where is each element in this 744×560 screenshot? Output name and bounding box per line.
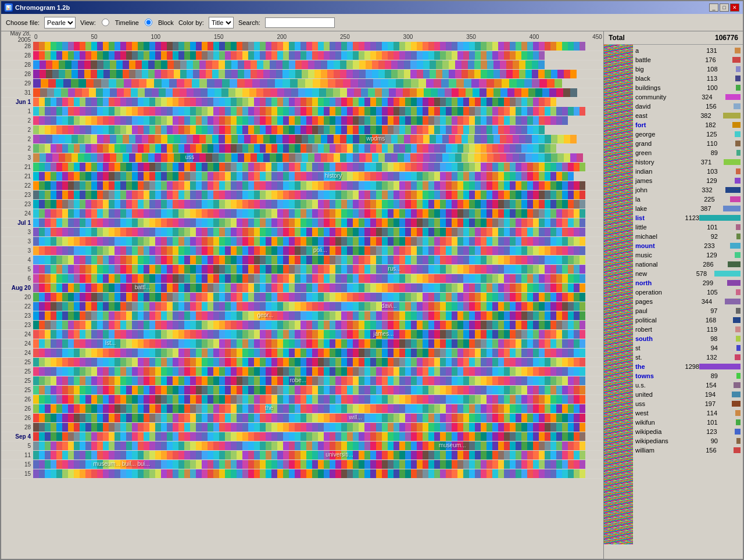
color-segment [498,283,504,292]
legend-word[interactable]: east [635,112,676,119]
maximize-button[interactable]: □ [720,3,729,12]
legend-word[interactable]: operation [635,289,676,296]
color-segment [533,274,539,283]
legend-word[interactable]: west [635,410,676,417]
block-radio[interactable] [145,19,152,26]
color-segment [260,302,266,311]
legend-word[interactable]: michael [635,233,676,240]
legend-word[interactable]: u.s. [635,382,676,389]
legend-word[interactable]: new [635,270,676,277]
color-segment [481,144,487,153]
list-item: john332 [635,185,741,195]
legend-word[interactable]: wikipedia [635,428,676,435]
legend-word[interactable]: indian [635,168,676,175]
legend-word[interactable]: william [635,447,676,454]
color-segment [208,246,213,255]
color-segment [568,218,574,227]
color-segment [155,330,161,339]
color-segment [56,376,62,385]
color-segment [91,460,97,469]
legend-word[interactable]: a [635,47,676,54]
list-item: list1123 [635,213,741,222]
legend-word[interactable]: james [635,177,676,184]
legend-word[interactable]: community [635,94,676,100]
legend-word[interactable]: wikipedians [635,437,676,444]
color-segment [533,256,539,264]
color-segment [190,51,196,60]
color-segment [248,349,254,357]
legend-word[interactable]: st [635,344,676,351]
color-segment [321,153,327,162]
color-segment [138,302,144,311]
legend-word[interactable]: music [635,252,676,259]
legend-word[interactable]: paul [635,307,676,314]
color-segment [463,349,469,357]
color-segment [388,367,394,376]
color-segment [376,460,382,469]
color-segment [173,432,178,441]
legend-word[interactable]: mount [635,242,676,249]
legend-word[interactable]: political [635,317,676,324]
color-segment [382,181,388,190]
color-segment [469,274,475,283]
close-button[interactable]: ✕ [730,3,739,12]
color-segment [382,376,388,385]
color-segment [56,51,62,60]
color-segment [80,191,85,199]
color-segment [103,432,109,441]
color-segment [378,60,385,69]
legend-word[interactable]: robert [635,326,676,333]
legend-word[interactable]: uss [635,400,676,407]
legend-word[interactable]: north [635,279,676,286]
legend-word[interactable]: big [635,66,676,73]
legend-word[interactable]: david [635,103,676,110]
legend-word[interactable]: south [635,335,676,342]
minimize-button[interactable]: _ [709,3,718,12]
color-segment [521,181,527,190]
legend-word[interactable]: battle [635,56,676,63]
color-segment [580,432,585,441]
legend-word[interactable]: the [635,363,676,370]
color-segment [115,274,120,283]
legend-word[interactable]: black [635,75,676,82]
legend-bar [735,354,741,360]
color-segment [382,116,388,125]
color-segment [138,265,144,274]
timeline-radio[interactable] [102,19,109,26]
color-segment [219,60,225,69]
legend-word[interactable]: national [635,261,676,268]
file-select[interactable]: Pearle [44,17,76,28]
color-segment [504,367,510,376]
color-segment [132,460,138,469]
color-segment [196,107,202,116]
legend-word[interactable]: pages [635,298,676,305]
legend-word[interactable]: little [635,224,676,231]
legend-word[interactable]: united [635,391,676,398]
color-segment [417,386,423,394]
legend-word[interactable]: fort [635,121,676,128]
date-label: 1 [1,107,33,116]
color-segment [254,246,260,255]
legend-word[interactable]: wikifun [635,419,676,426]
color-segment [562,218,568,227]
legend-word[interactable]: grand [635,140,676,147]
color-segment [103,191,109,199]
color-segment [138,200,144,209]
legend-word[interactable]: john [635,186,676,193]
search-input[interactable] [265,17,335,28]
legend-word[interactable]: la [635,196,676,203]
color-segment [91,60,97,69]
legend-word[interactable]: buildings [635,84,676,91]
color-segment [516,441,521,450]
legend-word[interactable]: green [635,149,676,156]
legend-word[interactable]: list [635,214,676,221]
legend-word[interactable]: lake [635,205,676,212]
color-segment [120,330,126,339]
legend-word[interactable]: st. [635,354,676,361]
color-segment [149,181,155,190]
legend-word[interactable]: towns [635,372,676,379]
legend-word[interactable]: george [635,131,676,138]
color-by-select[interactable]: Title [209,17,234,28]
legend-word[interactable]: history [635,159,676,166]
list-item: la225 [635,195,741,204]
